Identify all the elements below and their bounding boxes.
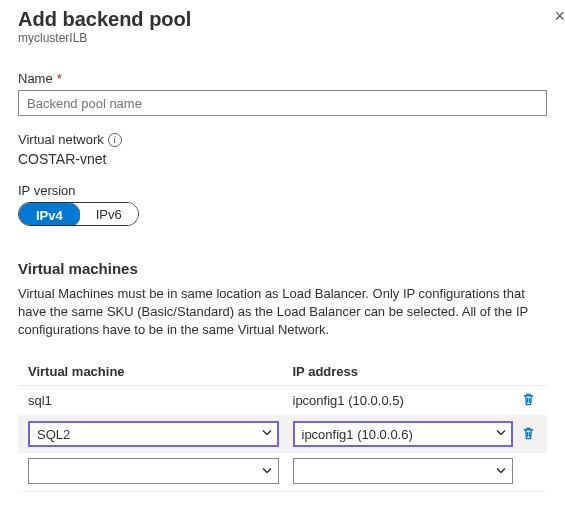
close-icon[interactable]: × — [554, 6, 565, 27]
ip-cell: ipconfig1 (10.0.0.5) — [283, 385, 518, 416]
vms-description: Virtual Machines must be in same locatio… — [18, 285, 547, 340]
col-ip: IP address — [283, 358, 518, 386]
vnet-value: COSTAR-vnet — [18, 151, 547, 167]
resource-subtitle: myclusterILB — [18, 31, 547, 45]
table-row — [18, 453, 547, 492]
delete-icon[interactable] — [519, 391, 537, 409]
vnet-label: Virtual network — [18, 132, 104, 147]
table-row: sql1 ipconfig1 (10.0.0.5) — [18, 385, 547, 416]
vms-heading: Virtual machines — [18, 260, 547, 277]
page-title: Add backend pool — [18, 8, 547, 31]
vm-select[interactable] — [28, 458, 279, 484]
name-label: Name — [18, 71, 53, 86]
delete-icon[interactable] — [519, 424, 537, 442]
vm-cell: sql1 — [18, 385, 283, 416]
ipversion-ipv6[interactable]: IPv6 — [80, 203, 138, 225]
ipversion-label: IP version — [18, 183, 76, 198]
name-input[interactable] — [18, 90, 547, 116]
ip-select[interactable] — [293, 458, 514, 484]
ipversion-ipv4[interactable]: IPv4 — [18, 202, 81, 226]
ipversion-toggle[interactable]: IPv4 IPv6 — [18, 202, 139, 226]
vms-table: Virtual machine IP address sql1 ipconfig… — [18, 358, 547, 493]
col-vm: Virtual machine — [18, 358, 283, 386]
ip-select[interactable]: ipconfig1 (10.0.0.6) — [293, 421, 514, 447]
table-row: SQL2 ipconfig1 (10.0.0.6) — [18, 416, 547, 453]
vm-select[interactable]: SQL2 — [28, 421, 279, 447]
required-indicator: * — [57, 71, 62, 86]
info-icon[interactable]: i — [108, 133, 122, 147]
